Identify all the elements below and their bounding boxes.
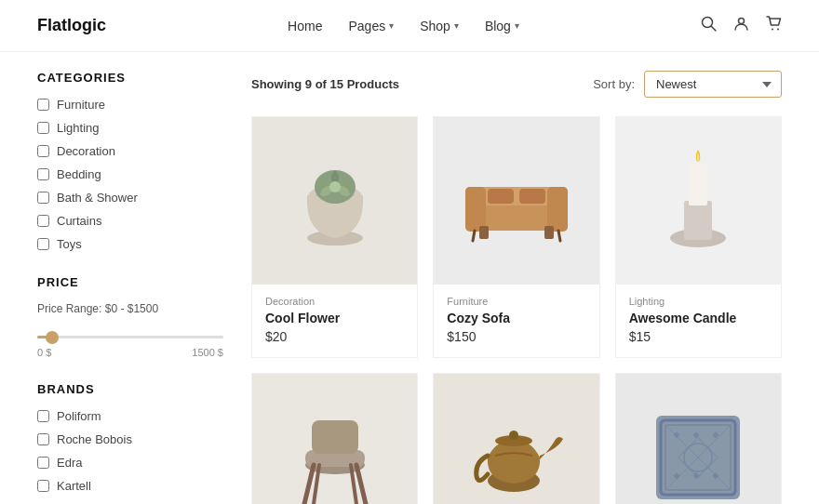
product-image-wrap (252, 374, 417, 504)
main-layout: CATEGORIES Furniture Lighting Decoration… (0, 52, 819, 504)
svg-line-1 (712, 26, 717, 31)
brand-checkbox[interactable] (37, 480, 49, 492)
category-item[interactable]: Toys (37, 237, 223, 251)
svg-rect-20 (689, 164, 707, 206)
header: Flatlogic Home Pages ▾ Shop ▾ Blog ▾ (0, 0, 819, 52)
search-icon[interactable] (701, 16, 717, 36)
category-item[interactable]: Bedding (37, 167, 223, 181)
product-name: Cozy Sofa (447, 311, 585, 325)
svg-point-2 (739, 18, 745, 23)
main-nav: Home Pages ▾ Shop ▾ Blog ▾ (288, 19, 519, 33)
brand-checkbox[interactable] (37, 433, 49, 445)
nav-blog-label: Blog (485, 19, 511, 33)
product-price: $15 (629, 329, 768, 344)
chevron-down-icon: ▾ (454, 20, 459, 31)
svg-rect-10 (465, 187, 486, 232)
price-slider[interactable] (37, 336, 223, 338)
product-card[interactable]: Decoration Brass Kettle $45 (433, 373, 599, 504)
product-image-wrap (434, 117, 598, 285)
price-max: 1500 $ (192, 347, 223, 358)
svg-rect-19 (684, 201, 712, 240)
svg-rect-13 (544, 226, 554, 239)
category-label: Toys (57, 237, 82, 251)
product-card[interactable]: Decoration Cool Flower $20 (251, 116, 418, 358)
price-range-values: 0 $ 1500 $ (37, 347, 223, 358)
chevron-down-icon: ▾ (515, 20, 519, 31)
category-checkbox[interactable] (37, 168, 49, 180)
svg-point-30 (509, 431, 518, 440)
brand-checkbox[interactable] (37, 457, 49, 469)
brand-checkbox[interactable] (37, 410, 49, 422)
showing-suffix: Products (347, 77, 399, 91)
svg-point-3 (772, 28, 773, 30)
svg-point-4 (777, 28, 779, 30)
category-label: Curtains (57, 214, 101, 228)
products-header: Showing 9 of 15 Products Sort by: Newest… (251, 71, 782, 98)
svg-line-25 (356, 465, 366, 504)
product-price: $20 (265, 329, 404, 344)
nav-shop-label: Shop (420, 19, 450, 33)
brands-title: BRANDS (37, 382, 223, 396)
main-content: Showing 9 of 15 Products Sort by: Newest… (251, 71, 782, 504)
nav-blog[interactable]: Blog ▾ (485, 19, 519, 33)
category-label: Lighting (57, 121, 100, 135)
sort-select[interactable]: NewestPrice: Low to HighPrice: High to L… (644, 71, 782, 98)
category-checkbox[interactable] (37, 192, 49, 204)
product-info: Decoration Cool Flower $20 (252, 285, 417, 357)
brand-label: Kartell (57, 479, 91, 493)
nav-pages[interactable]: Pages ▾ (348, 19, 394, 33)
sidebar: CATEGORIES Furniture Lighting Decoration… (37, 71, 223, 504)
header-actions (701, 16, 782, 36)
categories-title: CATEGORIES (37, 71, 223, 85)
category-checkbox[interactable] (37, 145, 49, 157)
product-card[interactable]: Bedding Pattern Pillow $30 (615, 373, 782, 504)
brands-list: Poliform Roche Bobois Edra Kartell (37, 409, 223, 493)
category-label: Furniture (57, 98, 105, 112)
category-checkbox[interactable] (37, 122, 49, 134)
cart-icon[interactable] (766, 16, 782, 36)
showing-label: Showing (251, 77, 302, 91)
svg-line-17 (558, 231, 560, 241)
brand-item[interactable]: Poliform (37, 409, 223, 423)
product-name: Cool Flower (265, 311, 404, 325)
showing-count: 9 of 15 (305, 77, 347, 91)
price-title: PRICE (37, 275, 223, 289)
user-icon[interactable] (733, 16, 749, 36)
category-item[interactable]: Decoration (37, 144, 223, 158)
product-name: Awesome Candle (629, 311, 768, 325)
product-image-wrap (616, 117, 781, 285)
product-card[interactable]: Lighting Awesome Candle $15 (615, 116, 782, 358)
category-item[interactable]: Lighting (37, 121, 223, 135)
product-info: Furniture Cozy Sofa $150 (434, 285, 598, 357)
category-item[interactable]: Furniture (37, 98, 223, 112)
logo[interactable]: Flatlogic (37, 16, 106, 35)
product-image-wrap (434, 374, 598, 504)
svg-line-16 (473, 231, 475, 241)
brand-label: Edra (57, 456, 82, 470)
chevron-down-icon: ▾ (389, 20, 394, 31)
svg-rect-11 (547, 187, 568, 232)
nav-shop[interactable]: Shop ▾ (420, 19, 459, 33)
nav-home[interactable]: Home (288, 19, 322, 33)
brand-item[interactable]: Roche Bobois (37, 432, 223, 446)
svg-point-0 (703, 17, 713, 27)
brand-item[interactable]: Kartell (37, 479, 223, 493)
price-section: PRICE Price Range: $0 - $1500 0 $ 1500 $ (37, 275, 223, 358)
sort-by: Sort by: NewestPrice: Low to HighPrice: … (593, 71, 782, 98)
categories-list: Furniture Lighting Decoration Bedding Ba… (37, 98, 223, 251)
category-checkbox[interactable] (37, 99, 49, 111)
category-checkbox[interactable] (37, 215, 49, 227)
category-item[interactable]: Curtains (37, 214, 223, 228)
svg-rect-23 (312, 420, 358, 454)
nav-pages-label: Pages (348, 19, 385, 33)
product-card[interactable]: Furniture Modern Chair $85 (251, 373, 418, 504)
brand-item[interactable]: Edra (37, 456, 223, 470)
category-item[interactable]: Bath & Shower (37, 191, 223, 205)
category-checkbox[interactable] (37, 238, 49, 250)
category-label: Bedding (57, 167, 101, 181)
product-category: Decoration (265, 296, 404, 307)
product-info: Lighting Awesome Candle $15 (616, 285, 781, 357)
product-grid: Decoration Cool Flower $20 Furniture Coz… (251, 116, 782, 504)
product-card[interactable]: Furniture Cozy Sofa $150 (433, 116, 599, 358)
price-slider-container (37, 326, 223, 341)
